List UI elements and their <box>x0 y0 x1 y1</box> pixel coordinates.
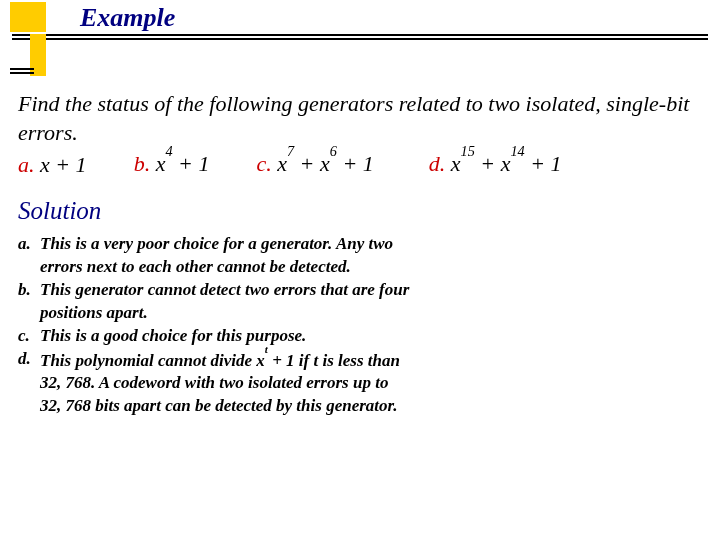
mid: + x <box>294 152 330 177</box>
exponent: 15 <box>461 143 475 159</box>
answer-text: This is a very poor choice for a generat… <box>40 233 702 256</box>
answer-text: positions apart. <box>40 302 702 325</box>
t: + 1 if t is less than <box>268 350 400 369</box>
var: x <box>156 152 166 177</box>
option-b: b. x4 + 1 <box>134 149 210 179</box>
answer-text: This generator cannot detect two errors … <box>40 279 702 302</box>
exponent: t <box>265 343 268 355</box>
var: x <box>277 152 287 177</box>
slide-title: Example <box>80 3 175 33</box>
answer-label: c. <box>18 325 40 348</box>
option-c: c. x7 + x6 + 1 <box>256 149 373 179</box>
answer-text: errors next to each other cannot be dete… <box>40 256 702 279</box>
option-label: c. <box>256 152 271 177</box>
option-expr: x + 1 <box>40 152 87 177</box>
solution-heading: Solution <box>18 197 702 225</box>
rule-line <box>10 68 34 70</box>
answer-a: a. This is a very poor choice for a gene… <box>18 233 702 279</box>
exponent: 6 <box>330 143 337 159</box>
solution-list: a. This is a very poor choice for a gene… <box>18 233 702 418</box>
var: x <box>451 152 461 177</box>
answer-text: 32, 768. A codeword with two isolated er… <box>40 372 702 395</box>
rule-line <box>10 72 34 74</box>
tail: + 1 <box>525 152 562 177</box>
option-label: b. <box>134 152 151 177</box>
rule-line <box>12 38 708 40</box>
option-a: a. x + 1 <box>18 151 87 180</box>
answer-b: b. This generator cannot detect two erro… <box>18 279 702 325</box>
answer-d: d. This polynomial cannot divide xt + 1 … <box>18 348 702 418</box>
answer-c: c. This is a good choice for this purpos… <box>18 325 702 348</box>
tail: + 1 <box>173 152 210 177</box>
answer-text: This is a good choice for this purpose. <box>40 325 702 348</box>
question-options: a. x + 1 b. x4 + 1 c. x7 + x6 + 1 d. x15… <box>18 149 702 179</box>
answer-label: b. <box>18 279 40 302</box>
accent-block <box>10 2 46 32</box>
tail: + 1 <box>337 152 374 177</box>
option-label: a. <box>18 152 35 177</box>
answer-label: d. <box>18 348 40 371</box>
t: This polynomial cannot divide x <box>40 350 265 369</box>
exponent: 14 <box>510 143 524 159</box>
exponent: 7 <box>287 143 294 159</box>
option-d: d. x15 + x14 + 1 <box>429 149 562 179</box>
rule-line <box>12 34 708 36</box>
question-text: Find the status of the following generat… <box>18 90 702 147</box>
answer-label: a. <box>18 233 40 256</box>
option-label: d. <box>429 152 446 177</box>
mid: + x <box>475 152 511 177</box>
exponent: 4 <box>165 143 172 159</box>
answer-text: This polynomial cannot divide xt + 1 if … <box>40 348 702 373</box>
slide-body: Find the status of the following generat… <box>18 90 702 418</box>
answer-text: 32, 768 bits apart can be detected by th… <box>40 395 702 418</box>
